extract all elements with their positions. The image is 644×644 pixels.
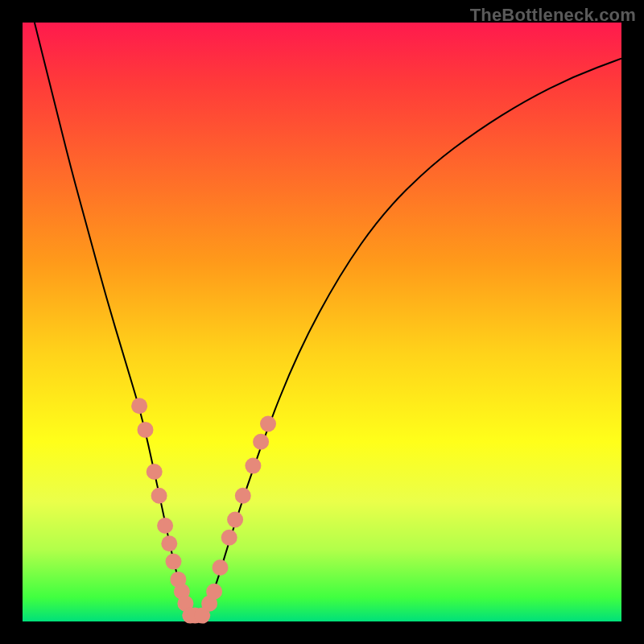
sample-dot [161, 535, 177, 551]
sample-dot [253, 434, 269, 450]
sample-dot [227, 512, 243, 528]
sample-dot [213, 559, 229, 576]
sample-dot [221, 530, 237, 546]
chart-overlay [23, 23, 621, 621]
sample-dot [245, 458, 261, 474]
sample-dots-group [131, 398, 276, 623]
sample-dot [166, 554, 182, 570]
sample-dot [157, 518, 173, 534]
sample-dot [138, 422, 154, 438]
sample-dot [131, 398, 147, 414]
bottleneck-curve [35, 23, 621, 616]
sample-dot [260, 416, 276, 432]
chart-container: TheBottleneck.com [0, 0, 644, 644]
sample-dot [206, 584, 222, 600]
sample-dot [235, 488, 251, 504]
sample-dot [147, 464, 163, 480]
sample-dot [151, 488, 167, 504]
